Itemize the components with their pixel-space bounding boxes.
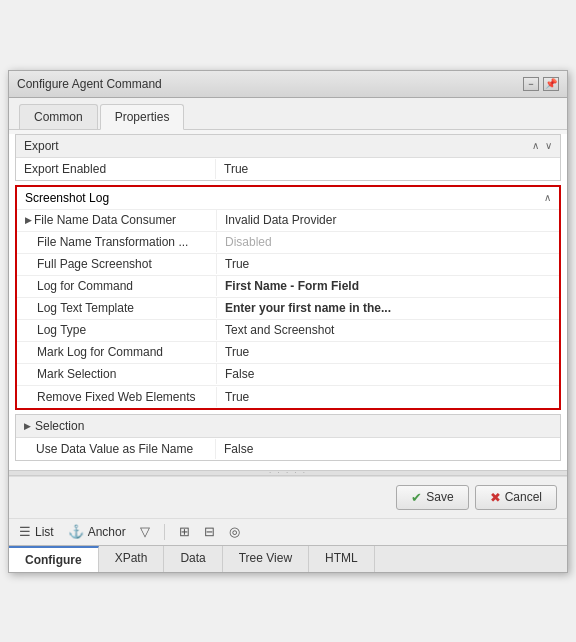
- main-window: Configure Agent Command − 📌 Common Prope…: [8, 70, 568, 573]
- grid1-icon: ⊞: [179, 524, 190, 539]
- tab-common[interactable]: Common: [19, 104, 98, 129]
- mark-log-command-label: Mark Log for Command: [17, 342, 217, 362]
- screenshot-log-label: Screenshot Log: [25, 191, 109, 205]
- toolbar-filter-item[interactable]: ▽: [140, 524, 150, 539]
- file-name-transformation-value[interactable]: Disabled: [217, 232, 559, 252]
- title-bar-controls: − 📌: [523, 77, 559, 91]
- title-bar: Configure Agent Command − 📌: [9, 71, 567, 98]
- log-type-row: Log Type Text and Screenshot: [17, 320, 559, 342]
- cancel-icon: ✖: [490, 490, 501, 505]
- list-label: List: [35, 525, 54, 539]
- log-text-template-label: Log Text Template: [17, 298, 217, 318]
- file-name-data-consumer-row: ▶ File Name Data Consumer Invalid Data P…: [17, 210, 559, 232]
- export-enabled-value[interactable]: True: [216, 159, 560, 179]
- list-icon: ☰: [19, 524, 31, 539]
- use-data-value-label: Use Data Value as File Name: [16, 439, 216, 459]
- file-name-transformation-row: File Name Transformation ... Disabled: [17, 232, 559, 254]
- screenshot-log-collapse-icon[interactable]: ∧: [544, 192, 551, 203]
- toolbar-grid1-item[interactable]: ⊞: [179, 524, 190, 539]
- export-enabled-row: Export Enabled True: [16, 158, 560, 180]
- bottom-tab-html[interactable]: HTML: [309, 546, 375, 572]
- log-for-command-value[interactable]: First Name - Form Field: [217, 276, 559, 296]
- anchor-label: Anchor: [88, 525, 126, 539]
- remove-fixed-web-label: Remove Fixed Web Elements: [17, 387, 217, 407]
- full-page-screenshot-value[interactable]: True: [217, 254, 559, 274]
- mark-log-command-value[interactable]: True: [217, 342, 559, 362]
- toolbar-separator: [164, 524, 165, 540]
- bottom-tabs: Configure XPath Data Tree View HTML: [9, 545, 567, 572]
- file-name-transformation-label: File Name Transformation ...: [17, 232, 217, 252]
- save-button[interactable]: ✔ Save: [396, 485, 468, 510]
- export-expand-icon[interactable]: ∨: [545, 140, 552, 151]
- mark-selection-row: Mark Selection False: [17, 364, 559, 386]
- window-title: Configure Agent Command: [17, 77, 162, 91]
- file-name-data-consumer-label: ▶ File Name Data Consumer: [17, 210, 217, 230]
- bottom-tab-treeview[interactable]: Tree View: [223, 546, 309, 572]
- save-icon: ✔: [411, 490, 422, 505]
- log-type-value[interactable]: Text and Screenshot: [217, 320, 559, 340]
- selection-section-header: ▶ Selection: [16, 415, 560, 438]
- screenshot-log-section: Screenshot Log ∧ ▶ File Name Data Consum…: [15, 185, 561, 410]
- filter-icon: ▽: [140, 524, 150, 539]
- toolbar-list-item[interactable]: ☰ List: [19, 524, 54, 539]
- screenshot-log-controls: ∧: [544, 192, 551, 203]
- toolbar-target-item[interactable]: ◎: [229, 524, 240, 539]
- mark-selection-label: Mark Selection: [17, 364, 217, 384]
- export-collapse-icon[interactable]: ∧: [532, 140, 539, 151]
- grid2-icon: ⊟: [204, 524, 215, 539]
- action-bar: ✔ Save ✖ Cancel: [9, 476, 567, 518]
- tab-properties[interactable]: Properties: [100, 104, 185, 130]
- expand-icon[interactable]: ▶: [25, 215, 32, 225]
- cancel-button[interactable]: ✖ Cancel: [475, 485, 557, 510]
- bottom-tab-data[interactable]: Data: [164, 546, 222, 572]
- properties-content[interactable]: Export ∧ ∨ Export Enabled True Screensho…: [9, 130, 567, 470]
- mark-log-command-row: Mark Log for Command True: [17, 342, 559, 364]
- toolbar-anchor-item[interactable]: ⚓ Anchor: [68, 524, 126, 539]
- selection-section-label: Selection: [35, 419, 84, 433]
- bottom-tab-configure[interactable]: Configure: [9, 546, 99, 572]
- selection-section: ▶ Selection Use Data Value as File Name …: [15, 414, 561, 461]
- use-data-value-value[interactable]: False: [216, 439, 560, 459]
- pin-button[interactable]: 📌: [543, 77, 559, 91]
- log-text-template-value[interactable]: Enter your first name in the...: [217, 298, 559, 318]
- tabs-row: Common Properties: [9, 98, 567, 130]
- use-data-value-row: Use Data Value as File Name False: [16, 438, 560, 460]
- export-section-controls: ∧ ∨: [532, 140, 552, 151]
- export-enabled-label: Export Enabled: [16, 159, 216, 179]
- bottom-tab-xpath[interactable]: XPath: [99, 546, 165, 572]
- remove-fixed-web-value[interactable]: True: [217, 387, 559, 407]
- log-type-label: Log Type: [17, 320, 217, 340]
- log-text-template-row: Log Text Template Enter your first name …: [17, 298, 559, 320]
- toolbar-grid2-item[interactable]: ⊟: [204, 524, 215, 539]
- full-page-screenshot-label: Full Page Screenshot: [17, 254, 217, 274]
- export-section-header: Export ∧ ∨: [16, 135, 560, 158]
- selection-expand-icon[interactable]: ▶: [24, 421, 31, 431]
- log-for-command-label: Log for Command: [17, 276, 217, 296]
- cancel-label: Cancel: [505, 490, 542, 504]
- full-page-screenshot-row: Full Page Screenshot True: [17, 254, 559, 276]
- anchor-icon: ⚓: [68, 524, 84, 539]
- minimize-button[interactable]: −: [523, 77, 539, 91]
- file-name-data-consumer-value[interactable]: Invalid Data Provider: [217, 210, 559, 230]
- export-section-label: Export: [24, 139, 59, 153]
- save-label: Save: [426, 490, 453, 504]
- remove-fixed-web-row: Remove Fixed Web Elements True: [17, 386, 559, 408]
- bottom-toolbar: ☰ List ⚓ Anchor ▽ ⊞ ⊟ ◎: [9, 518, 567, 545]
- export-section: Export ∧ ∨ Export Enabled True: [15, 134, 561, 181]
- target-icon: ◎: [229, 524, 240, 539]
- screenshot-log-header: Screenshot Log ∧: [17, 187, 559, 210]
- log-for-command-row: Log for Command First Name - Form Field: [17, 276, 559, 298]
- mark-selection-value[interactable]: False: [217, 364, 559, 384]
